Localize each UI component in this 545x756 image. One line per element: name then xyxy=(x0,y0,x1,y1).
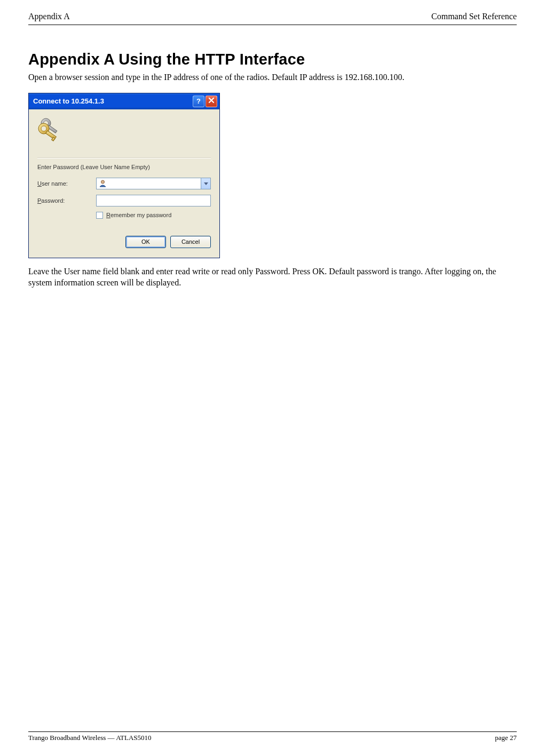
header-rule xyxy=(28,25,517,25)
header-right: Command Set Reference xyxy=(431,12,517,21)
close-button[interactable] xyxy=(206,96,217,107)
remember-checkbox[interactable] xyxy=(96,212,103,219)
footer-left: Trango Broadband Wireless — ATLAS5010 xyxy=(28,734,152,742)
help-icon: ? xyxy=(196,97,201,105)
chevron-down-icon xyxy=(204,180,208,187)
username-dropdown-button[interactable] xyxy=(201,178,210,189)
page-footer: Trango Broadband Wireless — ATLAS5010 pa… xyxy=(28,731,517,742)
username-field[interactable] xyxy=(96,178,211,189)
remember-row: Remember my password xyxy=(96,212,211,219)
svg-point-7 xyxy=(101,180,105,184)
password-label: Password: xyxy=(37,197,96,204)
username-row: User name: xyxy=(37,178,211,189)
dialog-titlebar: Connect to 10.254.1.3 ? xyxy=(29,93,219,109)
footer-rule xyxy=(28,731,517,732)
ok-button[interactable]: OK xyxy=(125,236,166,248)
svg-point-4 xyxy=(41,126,46,131)
user-icon xyxy=(99,179,107,187)
close-icon xyxy=(208,97,215,105)
dialog-body: Enter Password (Leave User Name Empty) U… xyxy=(29,109,219,258)
dialog-prompt: Enter Password (Leave User Name Empty) xyxy=(37,164,211,170)
cancel-button[interactable]: Cancel xyxy=(170,236,211,248)
auth-dialog: Connect to 10.254.1.3 ? xyxy=(28,93,220,258)
password-row: Password: xyxy=(37,195,211,206)
help-button[interactable]: ? xyxy=(193,96,204,107)
dialog-button-row: OK Cancel xyxy=(37,236,211,248)
header-left: Appendix A xyxy=(28,12,70,21)
footer-right: page 27 xyxy=(495,734,517,742)
page-title: Appendix A Using the HTTP Interface xyxy=(28,51,517,68)
dialog-title: Connect to 10.254.1.3 xyxy=(33,97,192,105)
outro-text: Leave the User name field blank and ente… xyxy=(28,266,517,289)
intro-text: Open a browser session and type in the I… xyxy=(28,71,517,83)
username-label: User name: xyxy=(37,180,96,187)
password-field[interactable] xyxy=(96,195,211,206)
remember-label: Remember my password xyxy=(106,212,171,218)
page-header: Appendix A Command Set Reference xyxy=(28,12,517,21)
dialog-divider xyxy=(37,157,211,158)
dialog-icon-row xyxy=(37,117,211,148)
keys-icon xyxy=(37,117,63,142)
